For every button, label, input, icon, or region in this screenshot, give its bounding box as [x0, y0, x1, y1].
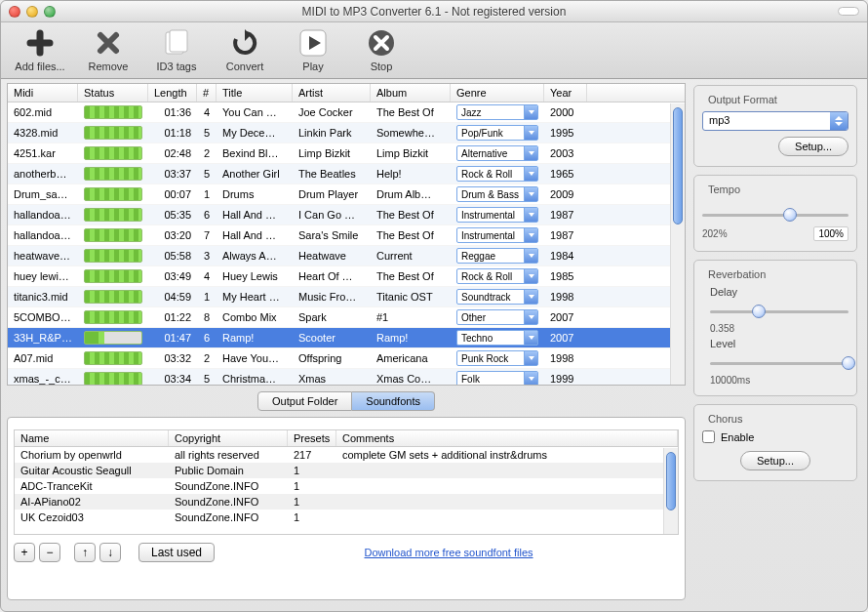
- tempo-reset-button[interactable]: 100%: [813, 226, 848, 241]
- chevron-down-icon: [524, 167, 537, 181]
- chorus-group: Chorus Enable Setup...: [693, 404, 857, 481]
- col-genre[interactable]: Genre: [451, 84, 544, 102]
- table-row[interactable]: 5COMBO…01:228Combo MixSpark#1Other2007: [8, 307, 685, 328]
- file-table-header: Midi Status Length # Title Artist Album …: [8, 84, 685, 102]
- genre-select[interactable]: Soundtrack: [456, 289, 538, 305]
- add-files-button[interactable]: Add files...: [11, 26, 69, 72]
- chevron-down-icon: [524, 146, 537, 160]
- status-bar: [84, 146, 142, 160]
- genre-select[interactable]: Instrumental: [456, 227, 538, 243]
- stop-icon: [365, 26, 398, 60]
- convert-icon: [228, 26, 261, 60]
- status-bar: [84, 208, 142, 222]
- chevron-down-icon: [524, 290, 537, 304]
- convert-button[interactable]: Convert: [216, 26, 274, 72]
- soundfont-row[interactable]: ADC-TranceKitSoundZone.INFO1: [15, 478, 678, 494]
- genre-select[interactable]: Jazz: [456, 104, 538, 120]
- output-setup-button[interactable]: Setup...: [778, 137, 848, 156]
- sf-col-comments[interactable]: Comments: [336, 430, 678, 446]
- table-row[interactable]: 33H_R&P…01:476Ramp!ScooterRamp!Techno200…: [8, 328, 685, 348]
- chorus-setup-button[interactable]: Setup...: [740, 451, 810, 470]
- status-bar: [84, 187, 142, 201]
- table-row[interactable]: hallandoa…03:207Hall And …Sara's SmileTh…: [8, 225, 685, 246]
- chorus-enable-checkbox[interactable]: Enable: [702, 430, 848, 443]
- soundfont-row[interactable]: UK Cezoid03SoundZone.INFO1: [15, 510, 678, 525]
- chevron-updown-icon: [830, 112, 848, 130]
- tab-output-folder[interactable]: Output Folder: [257, 391, 352, 411]
- status-bar: [84, 310, 142, 324]
- col-status[interactable]: Status: [78, 84, 148, 102]
- remove-button[interactable]: Remove: [79, 26, 138, 72]
- chevron-down-icon: [524, 269, 537, 283]
- status-bar: [84, 331, 142, 345]
- table-row[interactable]: hallandoa…05:356Hall And …I Can Go …The …: [8, 205, 685, 225]
- file-table-scrollbar[interactable]: [670, 103, 685, 385]
- genre-select[interactable]: Rock & Roll: [456, 166, 538, 182]
- genre-select[interactable]: Drum & Bass: [456, 186, 538, 202]
- x-icon: [92, 26, 125, 60]
- genre-select[interactable]: Techno: [456, 330, 538, 346]
- genre-select[interactable]: Other: [456, 309, 538, 325]
- soundfonts-table: Name Copyright Presets Comments Chorium …: [14, 429, 679, 535]
- soundfont-row[interactable]: Chorium by openwrldall rights reserved21…: [15, 447, 678, 463]
- reverb-delay-slider[interactable]: [710, 304, 848, 319]
- tags-icon: [160, 26, 193, 60]
- toolbar-toggle[interactable]: [838, 7, 859, 16]
- tempo-slider[interactable]: [702, 207, 848, 223]
- table-row[interactable]: 4251.kar02:482Bexind Bl…Limp BizkitLimp …: [8, 143, 685, 164]
- sf-col-presets[interactable]: Presets: [288, 430, 336, 446]
- table-row[interactable]: 4328.mid01:185My Dece…Linkin ParkSomewhe…: [8, 123, 685, 143]
- tempo-group: Tempo 202% 100%: [693, 175, 857, 252]
- plus-icon: [23, 26, 57, 60]
- file-table: Midi Status Length # Title Artist Album …: [7, 83, 686, 386]
- status-bar: [84, 249, 142, 263]
- col-year[interactable]: Year: [544, 84, 587, 102]
- zoom-button[interactable]: [44, 6, 56, 18]
- output-format-select[interactable]: mp3: [702, 111, 848, 131]
- sf-last-used-button[interactable]: Last used: [138, 543, 215, 562]
- tempo-value: 202%: [702, 228, 728, 239]
- sf-remove-button[interactable]: −: [39, 543, 60, 562]
- genre-select[interactable]: Folk: [456, 371, 538, 385]
- table-row[interactable]: Drum_sa…00:071DrumsDrum PlayerDrum Alb…D…: [8, 184, 685, 205]
- col-artist[interactable]: Artist: [293, 84, 371, 102]
- table-row[interactable]: huey lewi…03:494Huey LewisHeart Of …The …: [8, 266, 685, 287]
- reverb-group: Reverbation Delay 0.358 Level 10000ms: [693, 260, 857, 396]
- table-row[interactable]: titanic3.mid04:591My Heart …Music Fro…Ti…: [8, 287, 685, 307]
- table-row[interactable]: A07.mid03:322Have You…OffspringAmericana…: [8, 348, 685, 369]
- sf-col-copy[interactable]: Copyright: [169, 430, 288, 446]
- status-bar: [84, 105, 142, 119]
- genre-select[interactable]: Alternative: [456, 145, 538, 161]
- soundfont-row[interactable]: Guitar Acoustic SeagullPublic Domain1: [15, 463, 678, 478]
- genre-select[interactable]: Reggae: [456, 248, 538, 264]
- tab-soundfonts[interactable]: Soundfonts: [352, 391, 435, 411]
- table-row[interactable]: anotherb…03:375Another GirlThe BeatlesHe…: [8, 164, 685, 184]
- chevron-down-icon: [524, 187, 537, 201]
- sf-down-button[interactable]: ↓: [99, 543, 121, 562]
- genre-select[interactable]: Punk Rock: [456, 350, 538, 366]
- stop-button[interactable]: Stop: [352, 26, 411, 72]
- minimize-button[interactable]: [26, 6, 38, 18]
- genre-select[interactable]: Pop/Funk: [456, 125, 538, 141]
- table-row[interactable]: 602.mid01:364You Can …Joe CockerThe Best…: [8, 102, 685, 123]
- soundfonts-scrollbar[interactable]: [663, 448, 678, 534]
- sf-add-button[interactable]: +: [14, 543, 35, 562]
- col-num[interactable]: #: [197, 84, 217, 102]
- sf-col-name[interactable]: Name: [15, 430, 169, 446]
- bottom-tabs: Output Folder Soundfonts: [7, 391, 686, 411]
- soundfont-row[interactable]: AI-APiano02SoundZone.INFO1: [15, 494, 678, 510]
- table-row[interactable]: heatwave…05:583Always A…HeatwaveCurrentR…: [8, 246, 685, 266]
- col-title[interactable]: Title: [217, 84, 293, 102]
- table-row[interactable]: xmas_-_c…03:345Christma…XmasXmas Co…Folk…: [8, 369, 685, 385]
- sf-up-button[interactable]: ↑: [74, 543, 96, 562]
- reverb-level-slider[interactable]: [710, 355, 848, 371]
- col-length[interactable]: Length: [148, 84, 197, 102]
- genre-select[interactable]: Instrumental: [456, 207, 538, 223]
- close-button[interactable]: [9, 6, 20, 18]
- col-midi[interactable]: Midi: [8, 84, 78, 102]
- genre-select[interactable]: Rock & Roll: [456, 268, 538, 284]
- sf-download-link[interactable]: Download more free soundfont files: [365, 547, 533, 558]
- id3-tags-button[interactable]: ID3 tags: [147, 26, 206, 72]
- col-album[interactable]: Album: [371, 84, 451, 102]
- play-button[interactable]: Play: [284, 26, 342, 72]
